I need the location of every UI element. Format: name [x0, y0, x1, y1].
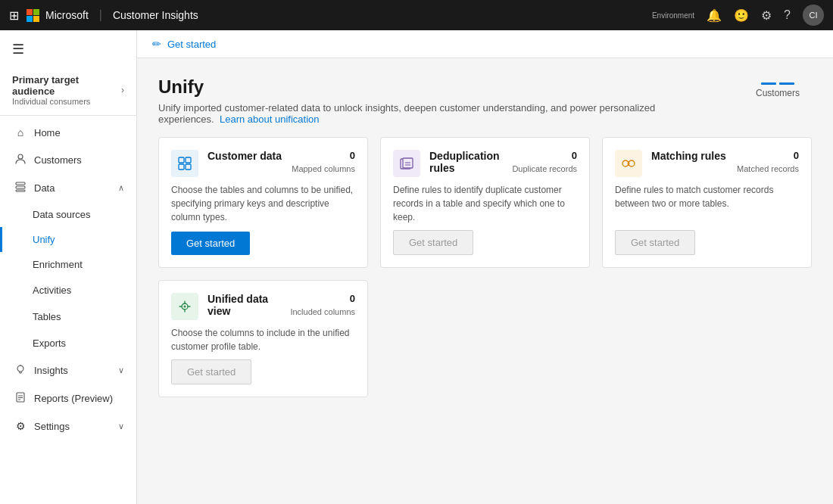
- customer-data-title: Customer data: [207, 150, 282, 162]
- svg-rect-10: [179, 157, 184, 163]
- badge-dash-2: [779, 82, 794, 85]
- customers-icon: [14, 154, 27, 166]
- match-icon: [615, 150, 642, 177]
- svg-rect-2: [16, 186, 25, 188]
- svg-point-0: [18, 154, 23, 159]
- customer-data-card: Customer data 0 Mapped columns Choose th…: [158, 137, 368, 268]
- sidebar-item-activities[interactable]: Activities: [0, 277, 136, 303]
- settings-icon[interactable]: ⚙: [761, 8, 772, 23]
- avatar[interactable]: CI: [803, 5, 824, 26]
- badge-dash-1: [761, 82, 776, 85]
- unified-icon: [171, 293, 198, 320]
- microsoft-logo: Microsoft: [27, 9, 89, 22]
- page-subtitle: Unify imported customer-related data to …: [158, 102, 673, 125]
- customer-data-count-label: Mapped columns: [292, 164, 355, 173]
- layout: ☰ Primary target audience Individual con…: [0, 30, 833, 504]
- matching-rules-card: Matching rules 0 Matched records Define …: [602, 137, 812, 268]
- insights-chevron-icon: ∨: [118, 366, 124, 375]
- svg-rect-3: [16, 190, 25, 191]
- customer-data-count: 0: [292, 150, 355, 161]
- svg-rect-11: [186, 157, 191, 163]
- data-chevron-icon: ∧: [118, 183, 124, 193]
- dedup-icon: [393, 150, 420, 177]
- match-get-started-button[interactable]: Get started: [615, 230, 695, 255]
- learn-link[interactable]: Learn about unification: [220, 114, 320, 125]
- customers-badge-label: Customers: [756, 88, 800, 98]
- sidebar-activities-label: Activities: [33, 285, 124, 296]
- svg-rect-1: [16, 182, 25, 185]
- sidebar-home-label: Home: [34, 127, 124, 138]
- svg-rect-13: [186, 164, 191, 170]
- match-count: 0: [737, 150, 799, 161]
- page-body: Unify Unify imported customer-related da…: [137, 58, 833, 504]
- deduplication-rules-card: Deduplication rules 0 Duplicate records …: [380, 137, 590, 268]
- dedup-get-started-button[interactable]: Get started: [393, 230, 473, 255]
- svg-rect-12: [179, 164, 184, 170]
- env-label: Environment: [652, 11, 694, 20]
- sidebar-item-data[interactable]: Data ∧: [0, 174, 136, 202]
- sidebar-enrichment-label: Enrichment: [33, 259, 83, 270]
- dedup-title: Deduplication rules: [429, 150, 503, 174]
- waffle-icon[interactable]: ⊞: [9, 8, 19, 23]
- match-desc: Define rules to match customer records b…: [615, 183, 799, 210]
- cards-grid: Customer data 0 Mapped columns Choose th…: [158, 137, 812, 268]
- audience-selector[interactable]: Primary target audience Individual consu…: [0, 68, 136, 116]
- customers-badge: Customers: [744, 76, 812, 104]
- sidebar-customers-label: Customers: [34, 154, 124, 166]
- settings-chevron-icon: ∨: [118, 422, 124, 431]
- insights-icon: [14, 364, 27, 377]
- sidebar-item-unify[interactable]: Unify: [0, 227, 136, 252]
- sidebar-nav: ⌂ Home Customers: [0, 116, 136, 443]
- breadcrumb-text: Get started: [167, 39, 216, 50]
- hamburger-menu[interactable]: ☰: [0, 30, 136, 68]
- page-title: Unify: [158, 76, 673, 98]
- edit-icon: ✏: [152, 38, 161, 50]
- unified-title: Unified data view: [207, 293, 281, 317]
- unified-desc: Choose the columns to include in the uni…: [171, 326, 355, 353]
- sidebar-item-reports[interactable]: Reports (Preview): [0, 384, 136, 412]
- page-header: Unify Unify imported customer-related da…: [158, 76, 812, 125]
- sidebar-item-tables[interactable]: Tables: [0, 303, 136, 330]
- sidebar-unify-label: Unify: [33, 234, 55, 245]
- sidebar-settings-label: Settings: [34, 421, 111, 432]
- settings-gear-icon: ⚙: [14, 420, 27, 432]
- unified-count-label: Included columns: [290, 307, 355, 316]
- unified-get-started-button[interactable]: Get started: [171, 359, 251, 384]
- dedup-count: 0: [512, 150, 577, 161]
- sidebar-reports-label: Reports (Preview): [34, 393, 124, 404]
- sidebar-item-exports[interactable]: Exports: [0, 330, 136, 356]
- sidebar-exports-label: Exports: [33, 338, 124, 349]
- match-title: Matching rules: [651, 150, 728, 162]
- sidebar-data-label: Data: [34, 182, 111, 194]
- customer-data-get-started-button[interactable]: Get started: [171, 232, 250, 255]
- topbar-right: Environment 🔔 🙂 ⚙ ? CI: [652, 5, 824, 26]
- help-icon[interactable]: ?: [784, 8, 791, 22]
- sidebar-item-enrichment[interactable]: Enrichment: [0, 252, 136, 277]
- main-content: ✏ Get started Unify Unify imported custo…: [137, 30, 833, 504]
- sidebar-item-customers[interactable]: Customers: [0, 146, 136, 174]
- reports-icon: [14, 392, 27, 405]
- audience-sub: Individual consumers: [12, 97, 121, 106]
- sidebar-item-insights[interactable]: Insights ∨: [0, 356, 136, 384]
- breadcrumb-bar: ✏ Get started: [137, 30, 833, 58]
- unified-count: 0: [290, 293, 355, 304]
- smiley-icon[interactable]: 🙂: [734, 8, 749, 23]
- topbar: ⊞ Microsoft | Customer Insights Environm…: [0, 0, 833, 30]
- sidebar-tables-label: Tables: [33, 311, 124, 322]
- dedup-desc: Define rules to identify duplicate custo…: [393, 183, 577, 224]
- microsoft-label: Microsoft: [45, 9, 89, 21]
- sidebar: ☰ Primary target audience Individual con…: [0, 30, 137, 504]
- bell-icon[interactable]: 🔔: [707, 8, 722, 23]
- audience-label: Primary target audience: [12, 74, 121, 97]
- sidebar-item-settings[interactable]: ⚙ Settings ∨: [0, 412, 136, 440]
- customer-data-icon: [171, 150, 198, 177]
- audience-chevron-icon[interactable]: ›: [121, 85, 124, 95]
- customer-data-desc: Choose the tables and columns to be unif…: [171, 183, 355, 224]
- home-icon: ⌂: [14, 126, 27, 138]
- data-icon: [14, 182, 27, 194]
- sidebar-item-data-sources[interactable]: Data sources: [0, 202, 136, 227]
- dedup-count-label: Duplicate records: [512, 164, 577, 173]
- cards-grid-bottom: Unified data view 0 Included columns Cho…: [158, 280, 812, 397]
- sidebar-insights-label: Insights: [34, 365, 111, 376]
- sidebar-item-home[interactable]: ⌂ Home: [0, 119, 136, 146]
